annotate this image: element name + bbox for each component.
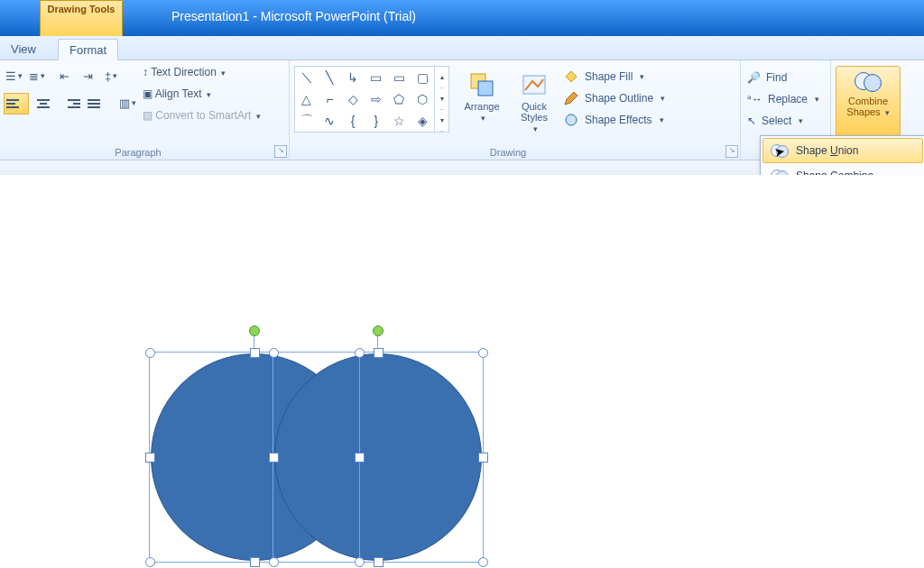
decrease-indent-button[interactable]: ⇤ bbox=[54, 66, 74, 86]
select-button[interactable]: ↖Select▾ bbox=[747, 111, 803, 131]
resize-handle[interactable] bbox=[269, 453, 279, 463]
bucket-icon bbox=[563, 69, 579, 85]
shape-arc-icon[interactable]: ⌒ bbox=[295, 110, 319, 132]
resize-handle[interactable] bbox=[145, 557, 155, 567]
shape-curve-icon[interactable]: ∿ bbox=[319, 110, 342, 132]
align-left-button[interactable] bbox=[4, 93, 29, 115]
shape-pentagon-icon[interactable]: ⬠ bbox=[388, 88, 411, 110]
shape-effects-button[interactable]: Shape Effects▾ bbox=[563, 109, 735, 131]
resize-handle[interactable] bbox=[478, 453, 488, 463]
resize-handle[interactable] bbox=[355, 348, 365, 358]
shape-hexagon-icon[interactable]: ⬡ bbox=[411, 88, 434, 110]
union-icon bbox=[771, 144, 787, 157]
tab-view[interactable]: View bbox=[0, 39, 47, 60]
shape-brace-l-icon[interactable]: { bbox=[341, 110, 365, 132]
replace-button[interactable]: ᵃ↔Replace▾ bbox=[747, 89, 819, 109]
svg-rect-2 bbox=[523, 76, 545, 94]
align-center-button[interactable] bbox=[31, 93, 56, 115]
resize-handle[interactable] bbox=[478, 557, 488, 567]
shape-fill-button[interactable]: Shape Fill▾ bbox=[563, 66, 735, 87]
quick-styles-icon bbox=[520, 70, 549, 99]
cursor-icon: ↖ bbox=[747, 115, 756, 127]
combine-shapes-button[interactable]: CombineShapes ▾ bbox=[836, 66, 901, 138]
shape-diamond-icon[interactable]: ◇ bbox=[341, 88, 365, 110]
shape-rect-icon[interactable]: ▭ bbox=[365, 67, 388, 88]
arrange-icon bbox=[467, 70, 496, 99]
resize-handle[interactable] bbox=[250, 557, 260, 567]
shape-line2-icon[interactable]: ╲ bbox=[319, 67, 342, 88]
window-title: Presentation1 - Microsoft PowerPoint (Tr… bbox=[171, 9, 416, 23]
align-justify-button[interactable] bbox=[85, 93, 110, 115]
selection-box-2 bbox=[273, 352, 484, 563]
resize-handle[interactable] bbox=[269, 557, 279, 567]
line-spacing-button[interactable]: ‡▾ bbox=[101, 66, 121, 86]
effects-icon bbox=[563, 112, 579, 128]
group-label-paragraph: Paragraph bbox=[0, 147, 276, 158]
increase-indent-button[interactable]: ⇥ bbox=[78, 66, 97, 86]
shape-rect2-icon[interactable]: ▭ bbox=[388, 67, 411, 88]
bullets-button[interactable]: ☰▾ bbox=[4, 66, 23, 86]
svg-rect-1 bbox=[478, 81, 493, 96]
title-bar: Drawing Tools Presentation1 - Microsoft … bbox=[0, 0, 924, 36]
resize-handle[interactable] bbox=[478, 348, 488, 358]
gallery-scroll-up[interactable]: ▴ bbox=[440, 67, 444, 88]
group-drawing: ＼ ╲ ↳ ▭ ▭ ▢ △ ⌐ ◇ ⇨ ⬠ ⬡ ⌒ ∿ { } ☆ ◈ ▴ ▾ … bbox=[289, 60, 741, 160]
shape-callout-icon[interactable]: ◈ bbox=[411, 110, 434, 132]
rotation-handle-1[interactable] bbox=[249, 325, 260, 336]
gallery-more[interactable]: ▾ bbox=[440, 110, 444, 132]
contextual-tab-drawing-tools: Drawing Tools bbox=[40, 0, 123, 37]
resize-handle[interactable] bbox=[269, 348, 279, 358]
resize-handle[interactable] bbox=[355, 453, 365, 463]
shape-connector-icon[interactable]: ↳ bbox=[341, 67, 365, 88]
align-text-button[interactable]: ▣ Align Text ▾ bbox=[143, 87, 211, 100]
group-paragraph: ☰▾ ≣▾ ⇤ ⇥ ‡▾ ▥▾ ↕ Text Direction ▾ ▣ Ali… bbox=[0, 60, 290, 160]
numbering-button[interactable]: ≣▾ bbox=[27, 66, 47, 86]
resize-handle[interactable] bbox=[374, 348, 383, 358]
quick-styles-button[interactable]: Quick Styles▾ bbox=[509, 66, 559, 138]
shape-line-icon[interactable]: ＼ bbox=[295, 67, 319, 88]
resize-handle[interactable] bbox=[355, 557, 365, 567]
resize-handle[interactable] bbox=[145, 348, 155, 358]
gallery-scroll-down[interactable]: ▾ bbox=[440, 88, 444, 110]
paragraph-dialog-launcher[interactable]: ↘ bbox=[274, 145, 287, 158]
shape-star-icon[interactable]: ☆ bbox=[388, 110, 411, 132]
columns-button[interactable]: ▥▾ bbox=[117, 93, 137, 113]
svg-point-3 bbox=[566, 115, 577, 125]
resize-handle[interactable] bbox=[374, 557, 383, 567]
ribbon-tabs: View Format bbox=[0, 36, 924, 60]
shape-brace-r-icon[interactable]: } bbox=[365, 110, 388, 132]
group-label-drawing: Drawing bbox=[289, 147, 727, 158]
menu-shape-union[interactable]: Shape Union bbox=[762, 138, 923, 163]
combine-shapes-icon bbox=[855, 72, 882, 92]
find-button[interactable]: 🔎Find bbox=[747, 68, 787, 87]
resize-handle[interactable] bbox=[250, 348, 260, 358]
replace-icon: ᵃ↔ bbox=[747, 93, 762, 105]
shape-elbow-icon[interactable]: ⌐ bbox=[319, 88, 342, 110]
shapes-gallery[interactable]: ＼ ╲ ↳ ▭ ▭ ▢ △ ⌐ ◇ ⇨ ⬠ ⬡ ⌒ ∿ { } ☆ ◈ ▴ ▾ … bbox=[294, 66, 449, 133]
rotation-handle-2[interactable] bbox=[373, 325, 383, 336]
shape-triangle-icon[interactable]: △ bbox=[295, 88, 319, 110]
drawing-dialog-launcher[interactable]: ↘ bbox=[725, 145, 738, 158]
menu-label: Shape Union bbox=[796, 144, 858, 157]
convert-to-smartart-button[interactable]: ▧ Convert to SmartArt ▾ bbox=[143, 109, 261, 122]
shape-arrow-icon[interactable]: ⇨ bbox=[365, 88, 388, 110]
contextual-tab-label: Drawing Tools bbox=[41, 4, 122, 14]
resize-handle[interactable] bbox=[145, 453, 155, 463]
text-direction-button[interactable]: ↕ Text Direction ▾ bbox=[143, 66, 226, 78]
binoculars-icon: 🔎 bbox=[747, 71, 761, 84]
shape-rounded-icon[interactable]: ▢ bbox=[411, 67, 434, 88]
arrange-button[interactable]: Arrange▾ bbox=[457, 66, 507, 138]
align-right-button[interactable] bbox=[58, 93, 83, 115]
tab-format[interactable]: Format bbox=[58, 39, 118, 61]
pencil-icon bbox=[563, 90, 579, 106]
shape-outline-button[interactable]: Shape Outline▾ bbox=[563, 87, 735, 109]
